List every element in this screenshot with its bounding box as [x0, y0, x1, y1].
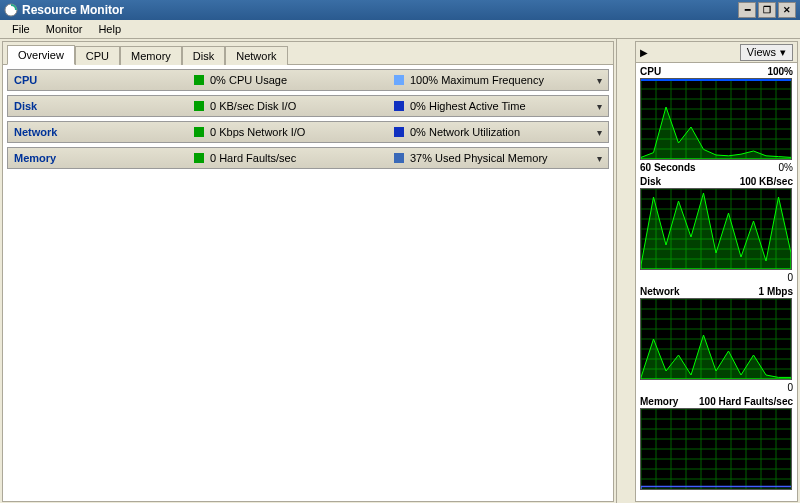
panel-disk-metric1: 0 KB/sec Disk I/O — [210, 100, 296, 112]
chart-disk-min: 0 — [787, 272, 793, 283]
chart-network-max: 1 Mbps — [759, 286, 793, 297]
panel-memory-title: Memory — [14, 152, 194, 164]
chart-disk-max: 100 KB/sec — [740, 176, 793, 187]
panel-network-title: Network — [14, 126, 194, 138]
menubar: File Monitor Help — [0, 20, 800, 39]
menu-help[interactable]: Help — [90, 21, 129, 37]
maximize-button[interactable]: ❐ — [758, 2, 776, 18]
chart-cpu-min: 0% — [779, 162, 793, 173]
panel-network: Network 0 Kbps Network I/O 0% Network Ut… — [7, 121, 609, 143]
app-icon — [4, 3, 18, 17]
panel-cpu-header[interactable]: CPU 0% CPU Usage 100% Maximum Frequency … — [8, 70, 608, 90]
panel-memory-metric1: 0 Hard Faults/sec — [210, 152, 296, 164]
chart-network-min: 0 — [787, 382, 793, 393]
chart-disk-canvas — [640, 188, 792, 270]
main-panel: Overview CPU Memory Disk Network CPU 0% … — [2, 41, 614, 502]
panel-cpu-metric2: 100% Maximum Frequency — [410, 74, 544, 86]
chart-disk-name: Disk — [640, 176, 740, 187]
chart-cpu-max: 100% — [767, 66, 793, 77]
cpu-freq-icon — [394, 75, 404, 85]
disk-active-icon — [394, 101, 404, 111]
chevron-down-icon: ▾ — [780, 46, 786, 59]
chart-memory-canvas — [640, 408, 792, 490]
close-button[interactable]: ✕ — [778, 2, 796, 18]
chart-network-name: Network — [640, 286, 759, 297]
network-io-icon — [194, 127, 204, 137]
titlebar: Resource Monitor ━ ❐ ✕ — [0, 0, 800, 20]
panel-memory: Memory 0 Hard Faults/sec 37% Used Physic… — [7, 147, 609, 169]
chart-network: Network 1 Mbps 0 — [640, 285, 793, 393]
network-util-icon — [394, 127, 404, 137]
window-buttons: ━ ❐ ✕ — [738, 2, 796, 18]
panel-disk-metric2: 0% Highest Active Time — [410, 100, 526, 112]
chevron-down-icon: ▾ — [597, 101, 602, 112]
menu-monitor[interactable]: Monitor — [38, 21, 91, 37]
tab-memory[interactable]: Memory — [120, 46, 182, 65]
memory-faults-icon — [194, 153, 204, 163]
disk-io-icon — [194, 101, 204, 111]
vertical-scrollbar[interactable] — [616, 39, 633, 503]
chart-memory-name: Memory — [640, 396, 699, 407]
tab-disk[interactable]: Disk — [182, 46, 225, 65]
panel-cpu-metric1: 0% CPU Usage — [210, 74, 287, 86]
panel-disk-header[interactable]: Disk 0 KB/sec Disk I/O 0% Highest Active… — [8, 96, 608, 116]
sidebar-header: ▶ Views ▾ — [636, 42, 797, 63]
chart-cpu-name: CPU — [640, 66, 767, 77]
panel-cpu-title: CPU — [14, 74, 194, 86]
panel-memory-header[interactable]: Memory 0 Hard Faults/sec 37% Used Physic… — [8, 148, 608, 168]
tab-overview[interactable]: Overview — [7, 45, 75, 65]
chevron-down-icon: ▾ — [597, 153, 602, 164]
chart-cpu-xlabel: 60 Seconds — [640, 162, 779, 173]
tab-strip: Overview CPU Memory Disk Network — [3, 42, 613, 65]
play-button[interactable]: ▶ — [640, 47, 648, 58]
chevron-down-icon: ▾ — [597, 127, 602, 138]
views-dropdown[interactable]: Views ▾ — [740, 44, 793, 61]
memory-used-icon — [394, 153, 404, 163]
panel-network-metric2: 0% Network Utilization — [410, 126, 520, 138]
panel-network-header[interactable]: Network 0 Kbps Network I/O 0% Network Ut… — [8, 122, 608, 142]
panel-disk-title: Disk — [14, 100, 194, 112]
content-area: Overview CPU Memory Disk Network CPU 0% … — [0, 39, 800, 503]
sidebar-charts: ▶ Views ▾ CPU 100% 60 Seconds — [635, 41, 798, 502]
mini-charts: CPU 100% 60 Seconds 0% Disk 100 KB/sec — [636, 63, 797, 501]
cpu-usage-icon — [194, 75, 204, 85]
chart-network-canvas — [640, 298, 792, 380]
panel-cpu: CPU 0% CPU Usage 100% Maximum Frequency … — [7, 69, 609, 91]
tab-cpu[interactable]: CPU — [75, 46, 120, 65]
minimize-button[interactable]: ━ — [738, 2, 756, 18]
chart-cpu-canvas — [640, 78, 792, 160]
chart-memory: Memory 100 Hard Faults/sec — [640, 395, 793, 492]
chevron-down-icon: ▾ — [597, 75, 602, 86]
menu-file[interactable]: File — [4, 21, 38, 37]
panel-memory-metric2: 37% Used Physical Memory — [410, 152, 548, 164]
panel-network-metric1: 0 Kbps Network I/O — [210, 126, 305, 138]
window-title: Resource Monitor — [22, 3, 124, 17]
chart-cpu: CPU 100% 60 Seconds 0% — [640, 65, 793, 173]
panel-area: CPU 0% CPU Usage 100% Maximum Frequency … — [3, 65, 613, 501]
chart-disk: Disk 100 KB/sec 0 — [640, 175, 793, 283]
panel-disk: Disk 0 KB/sec Disk I/O 0% Highest Active… — [7, 95, 609, 117]
tab-network[interactable]: Network — [225, 46, 287, 65]
chart-memory-max: 100 Hard Faults/sec — [699, 396, 793, 407]
views-label: Views — [747, 46, 776, 58]
